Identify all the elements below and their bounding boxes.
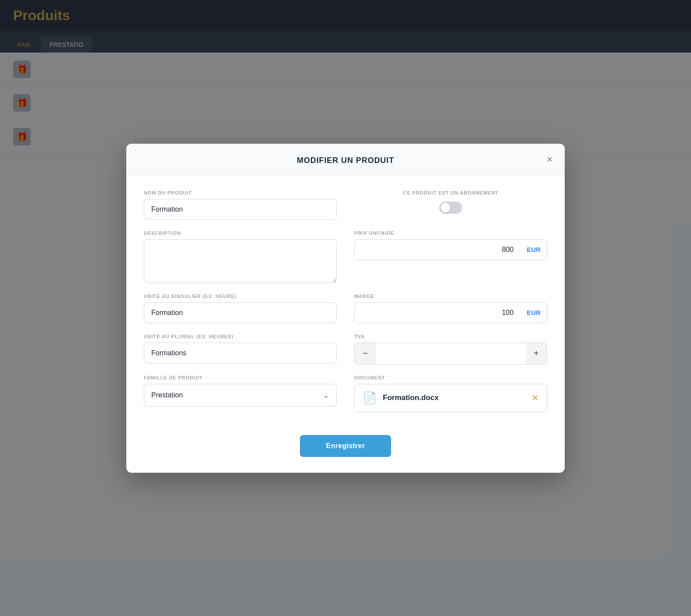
marge-input-wrap: EUR [354, 302, 547, 323]
prix-input[interactable] [355, 240, 520, 260]
abonnement-label: CE PRODUIT EST UN ABONNEMENT [403, 190, 498, 195]
tva-stepper-wrap: − + [354, 343, 547, 365]
document-group: DOCUMENT 📄 Formation.docx ✕ [354, 375, 547, 412]
description-input[interactable] [144, 239, 337, 283]
chevron-down-icon: ⌄ [323, 390, 329, 400]
famille-value: Prestation [151, 391, 323, 399]
tva-plus-button[interactable]: + [526, 343, 547, 364]
prix-group: PRIX UNITAIRE EUR [354, 230, 547, 283]
famille-label: FAMILLE DE PRODUIT [144, 375, 337, 380]
tva-label: TVA [354, 334, 547, 339]
marge-group: MARGE EUR [354, 294, 547, 323]
modal-overlay: MODIFIER UN PRODUIT × NOM DU PRODUIT CE … [0, 0, 691, 616]
famille-group: FAMILLE DE PRODUIT Prestation ⌄ [144, 375, 337, 412]
nom-produit-input[interactable] [144, 199, 337, 220]
marge-currency: EUR [520, 309, 547, 316]
famille-select[interactable]: Prestation ⌄ [144, 384, 337, 407]
tva-group: TVA − + [354, 334, 547, 365]
document-name: Formation.docx [383, 393, 525, 402]
description-group: DESCRIPTION [144, 230, 337, 283]
document-box: 📄 Formation.docx ✕ [354, 384, 547, 412]
unite-pluriel-group: UNITÉ AU PLURIEL (EX: HEURES) [144, 334, 337, 365]
nom-produit-label: NOM DU PRODUIT [144, 190, 337, 195]
unite-singulier-input[interactable] [144, 302, 337, 323]
modal-header: MODIFIER UN PRODUIT × [126, 144, 565, 176]
save-button[interactable]: Enregistrer [300, 435, 392, 457]
document-icon: 📄 [363, 391, 377, 405]
tva-minus-button[interactable]: − [355, 343, 376, 364]
abonnement-toggle[interactable] [439, 202, 462, 214]
document-label: DOCUMENT [354, 375, 547, 380]
marge-input[interactable] [355, 303, 520, 323]
unite-singulier-label: UNITÉ AU SINGULIER (EX: HEURE) [144, 294, 337, 299]
modal-body: NOM DU PRODUIT CE PRODUIT EST UN ABONNEM… [126, 176, 565, 426]
description-label: DESCRIPTION [144, 230, 337, 236]
close-button[interactable]: × [545, 153, 554, 166]
prix-label: PRIX UNITAIRE [354, 230, 547, 236]
unite-singulier-group: UNITÉ AU SINGULIER (EX: HEURE) [144, 294, 337, 323]
modal-title: MODIFIER UN PRODUIT [297, 156, 394, 165]
abonnement-group: CE PRODUIT EST UN ABONNEMENT [354, 190, 547, 220]
modal-footer: Enregistrer [126, 426, 565, 473]
marge-label: MARGE [354, 294, 547, 299]
prix-input-wrap: EUR [354, 239, 547, 260]
edit-product-modal: MODIFIER UN PRODUIT × NOM DU PRODUIT CE … [126, 144, 565, 473]
unite-pluriel-input[interactable] [144, 343, 337, 364]
document-remove-button[interactable]: ✕ [531, 393, 539, 402]
prix-currency: EUR [520, 246, 547, 253]
tva-input[interactable] [376, 343, 526, 364]
unite-pluriel-label: UNITÉ AU PLURIEL (EX: HEURES) [144, 334, 337, 339]
nom-produit-group: NOM DU PRODUIT [144, 190, 337, 220]
